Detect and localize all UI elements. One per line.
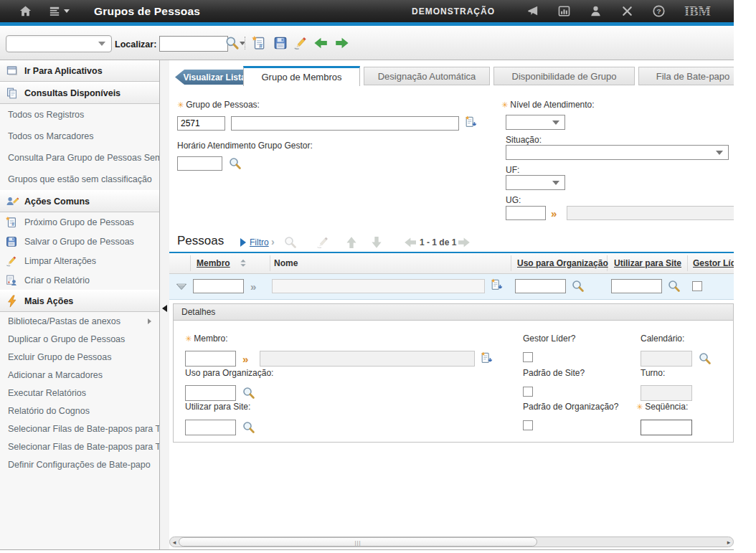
sidebar-item-todos-registros[interactable]: Todos os Registros	[0, 104, 159, 126]
next-page-icon[interactable]	[457, 235, 471, 250]
horario-lookup-icon[interactable]	[228, 156, 242, 171]
action-select[interactable]	[6, 35, 112, 52]
sort-icon[interactable]	[239, 258, 247, 268]
sequencia-label: ✳Seqüência:	[636, 402, 688, 412]
sidebar-section-acoes-comuns[interactable]: Ações Comuns	[0, 190, 159, 212]
detail-menu-icon[interactable]	[490, 278, 504, 293]
sidebar-item-proximo-grupo[interactable]: Próximo Grupo de Pessoas	[0, 212, 159, 232]
app-switcher-button[interactable]	[48, 4, 70, 18]
sequencia-field[interactable]	[641, 420, 692, 435]
move-down-icon[interactable]	[369, 235, 384, 250]
detail-menu-icon[interactable]	[464, 115, 478, 130]
sidebar-item-criar-relatorio[interactable]: Criar o Relatório	[0, 270, 159, 290]
column-header-gestor-lider[interactable]: Gestor Líd	[693, 258, 734, 268]
close-icon[interactable]	[620, 4, 634, 18]
prev-page-icon[interactable]	[403, 235, 417, 250]
sidebar-item-adicionar-marcadores[interactable]: Adicionar a Marcadores	[0, 366, 159, 384]
membro-field[interactable]	[185, 351, 236, 367]
announcements-icon[interactable]	[526, 4, 539, 18]
sidebar-item-executar-relatorios[interactable]: Executar Relatórios	[0, 384, 159, 402]
filter-site-field[interactable]	[611, 279, 662, 293]
reports-chart-icon[interactable]	[557, 4, 571, 18]
column-header-membro[interactable]: Membro	[197, 258, 230, 268]
scroll-left-button[interactable]: ◂	[171, 539, 178, 546]
filter-gestor-lider-checkbox[interactable]	[692, 281, 702, 291]
profile-icon[interactable]	[589, 4, 603, 18]
site-lookup-icon[interactable]	[242, 420, 256, 435]
sidebar-splitter[interactable]	[160, 60, 170, 549]
padrao-site-checkbox[interactable]	[523, 387, 533, 397]
padrao-organizacao-checkbox[interactable]	[523, 420, 533, 430]
window-icon	[6, 65, 19, 77]
site-lookup-icon[interactable]	[667, 279, 681, 293]
search-input[interactable]	[159, 36, 228, 52]
filter-uso-field[interactable]	[515, 279, 566, 293]
table-clear-icon[interactable]	[316, 235, 330, 250]
ug-go-to-icon[interactable]: »	[551, 208, 557, 219]
sidebar-section-ir-para-aplicativos[interactable]: Ir Para Aplicativos	[0, 60, 159, 82]
sidebar-item-consulta-grupo-sem[interactable]: Consulta Para Grupo de Pessoas Sem ...	[0, 147, 159, 169]
tab-grupo-de-membros[interactable]: Grupo de Membros	[243, 66, 360, 86]
horizontal-scrollbar[interactable]: ◂ ||| ▸	[169, 537, 734, 547]
scrollbar-thumb[interactable]: |||	[179, 537, 537, 547]
sidebar-item-label: Grupos que estão sem classificação	[8, 174, 152, 184]
help-icon[interactable]	[652, 4, 666, 18]
sidebar-item-relatorio-cognos[interactable]: Relatório do Cognos	[0, 402, 159, 420]
sidebar-item-excluir-grupo[interactable]: Excluir Grupo de Pessoas	[0, 348, 159, 366]
save-icon[interactable]	[273, 35, 288, 51]
uso-lookup-icon[interactable]	[242, 386, 256, 400]
tab-disponibilidade-de-grupo[interactable]: Disponibilidade de Grupo	[493, 67, 635, 85]
table-search-icon[interactable]	[283, 235, 298, 250]
sidebar-item-selecionar-filas-2[interactable]: Selecionar Filas de Bate-papos para Tor.…	[0, 438, 159, 455]
grupo-pessoas-id-field[interactable]	[177, 116, 225, 131]
membro-go-to-icon[interactable]: »	[242, 354, 248, 364]
sidebar-item-duplicar-grupo[interactable]: Duplicar o Grupo de Pessoas	[0, 330, 159, 348]
sidebar-item-todos-marcadores[interactable]: Todos os Marcadores	[0, 126, 159, 147]
move-up-icon[interactable]	[344, 235, 359, 250]
calendario-lookup-icon[interactable]	[698, 351, 712, 366]
row-go-to-icon[interactable]: »	[250, 281, 256, 292]
sidebar-item-label: Todos os Registros	[8, 110, 84, 120]
sidebar-item-salvar-grupo[interactable]: Salvar o Grupo de Pessoas	[0, 232, 159, 251]
uso-lookup-icon[interactable]	[571, 279, 585, 293]
scroll-right-button[interactable]: ▸	[725, 539, 732, 546]
filtro-link[interactable]: Filtro	[250, 237, 269, 247]
horario-field[interactable]	[177, 156, 222, 171]
uf-select[interactable]	[506, 175, 565, 190]
tab-fila-de-bate-papo[interactable]: Fila de Bate-papo	[638, 67, 734, 85]
detalhes-header[interactable]: Detalhes	[173, 303, 734, 321]
situacao-select[interactable]	[506, 145, 729, 160]
sidebar-item-biblioteca-anexos[interactable]: Biblioteca/Pastas de anexos	[0, 312, 159, 330]
column-header-utilizar-site[interactable]: Utilizar para Site	[614, 258, 681, 268]
nivel-atendimento-select[interactable]	[506, 115, 565, 130]
search-icon[interactable]	[225, 35, 240, 51]
ug-field[interactable]	[506, 206, 546, 220]
utilizar-site-field[interactable]	[185, 420, 236, 435]
expand-table-icon[interactable]: ›	[271, 236, 275, 247]
section-label: Mais Ações	[24, 296, 73, 306]
sidebar-item-limpar-alteracoes[interactable]: Limpar Alterações	[0, 251, 159, 270]
filtro-toggle-icon[interactable]	[240, 238, 246, 247]
visualizar-lista-button[interactable]: Visualizar Lista	[175, 70, 248, 85]
grupo-pessoas-desc-field[interactable]	[231, 116, 459, 131]
tab-label: Designação Automática	[378, 71, 476, 82]
detail-menu-icon[interactable]	[480, 351, 494, 366]
clear-changes-icon[interactable]	[293, 35, 308, 51]
sidebar-section-consultas-disponiveis[interactable]: Consultas Disponíveis	[0, 82, 159, 104]
collapse-sidebar-icon[interactable]	[162, 305, 167, 312]
filter-membro-field[interactable]	[193, 279, 244, 293]
sidebar-item-grupos-sem-classificacao[interactable]: Grupos que estão sem classificação	[0, 169, 159, 190]
sidebar-section-mais-acoes[interactable]: Mais Ações	[0, 290, 159, 312]
sidebar-item-definir-config-batepapo[interactable]: Definir Configurações de Bate-papo	[0, 455, 159, 473]
filter-funnel-icon[interactable]	[174, 280, 189, 294]
gestor-lider-checkbox[interactable]	[523, 352, 533, 362]
membro-label: ✳Membro:	[185, 334, 228, 344]
home-icon[interactable]	[19, 4, 32, 18]
column-header-uso-organizacao[interactable]: Uso para Organização	[517, 258, 608, 268]
uso-organizacao-field[interactable]	[185, 385, 236, 401]
next-record-icon[interactable]	[334, 35, 350, 51]
sidebar-item-selecionar-filas-1[interactable]: Selecionar Filas de Bate-papos para Tor.…	[0, 420, 159, 438]
new-record-icon[interactable]	[251, 35, 267, 51]
previous-record-icon[interactable]	[313, 35, 329, 51]
tab-designacao-automatica[interactable]: Designação Automática	[364, 67, 490, 85]
